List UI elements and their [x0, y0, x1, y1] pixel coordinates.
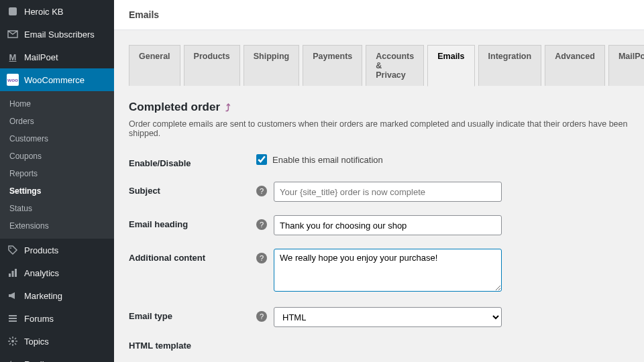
megaphone-icon	[7, 290, 19, 302]
sidebar-label: Email Subscribers	[24, 29, 95, 40]
sidebar-item-heroic-kb[interactable]: Heroic KB	[0, 0, 114, 23]
sidebar-item-replies[interactable]: Replies	[0, 353, 114, 362]
sidebar-item-email-subscribers[interactable]: Email Subscribers	[0, 23, 114, 46]
sidebar-label: Heroic KB	[24, 7, 64, 17]
sidebar-label: MailPoet	[24, 52, 58, 62]
additional-content-label: Additional content	[129, 249, 256, 263]
section-title-text: Completed order	[129, 101, 220, 114]
sidebar-label: Products	[24, 245, 58, 255]
email-type-label: Email type	[129, 307, 256, 321]
svg-rect-5	[9, 315, 17, 316]
tab-advanced[interactable]: Advanced	[545, 45, 605, 86]
tab-shipping[interactable]: Shipping	[244, 45, 299, 86]
svg-rect-7	[9, 320, 17, 322]
help-icon[interactable]	[256, 311, 267, 322]
main-content: Emails General Products Shipping Payment…	[114, 0, 644, 362]
sidebar-item-marketing[interactable]: Marketing	[0, 284, 114, 307]
tab-emails[interactable]: Emails	[427, 45, 474, 86]
subject-label: Subject	[129, 182, 256, 196]
sidebar-sub-coupons[interactable]: Coupons	[0, 147, 114, 165]
back-arrow-icon[interactable]: ⤴	[225, 102, 231, 113]
tab-accounts-privacy[interactable]: Accounts & Privacy	[366, 45, 424, 86]
tab-products[interactable]: Products	[184, 45, 240, 86]
svg-rect-6	[9, 318, 17, 319]
admin-sidebar: Heroic KB Email Subscribers M MailPoet w…	[0, 0, 114, 362]
sidebar-sub-reports[interactable]: Reports	[0, 165, 114, 182]
svg-rect-0	[9, 7, 17, 15]
sidebar-item-topics[interactable]: Topics	[0, 330, 114, 353]
sidebar-item-products[interactable]: Products	[0, 239, 114, 261]
sidebar-item-forums[interactable]: Forums	[0, 307, 114, 330]
tab-integration[interactable]: Integration	[478, 45, 542, 86]
email-type-select[interactable]: HTML	[274, 307, 502, 327]
stack-icon	[7, 312, 19, 324]
html-template-label: HTML template	[129, 341, 629, 351]
bars-icon	[7, 267, 19, 279]
m-icon: M	[7, 51, 19, 63]
tag-icon	[7, 244, 19, 256]
subject-input[interactable]	[274, 182, 502, 202]
burst-icon	[7, 335, 19, 347]
help-icon[interactable]	[256, 186, 267, 196]
sidebar-label: Analytics	[24, 268, 59, 278]
additional-content-textarea[interactable]: We really hope you enjoy your purchase!	[274, 249, 502, 292]
square-icon	[7, 5, 19, 17]
sidebar-item-woocommerce[interactable]: woo WooCommerce	[0, 68, 114, 91]
svg-rect-2	[9, 274, 11, 277]
sidebar-sub-orders[interactable]: Orders	[0, 113, 114, 130]
help-icon[interactable]	[256, 253, 267, 263]
sidebar-label: Forums	[24, 314, 54, 324]
reply-icon	[7, 358, 19, 362]
sidebar-label: Replies	[24, 359, 53, 363]
svg-rect-3	[12, 271, 14, 277]
sidebar-sub-customers[interactable]: Customers	[0, 130, 114, 147]
settings-tabs: General Products Shipping Payments Accou…	[129, 45, 629, 86]
heading-input[interactable]	[274, 215, 502, 235]
woocommerce-icon: woo	[7, 74, 19, 86]
sidebar-item-analytics[interactable]: Analytics	[0, 261, 114, 284]
heading-label: Email heading	[129, 215, 256, 229]
sidebar-label: Topics	[24, 337, 49, 347]
enable-label: Enable/Disable	[129, 154, 256, 168]
page-title: Emails	[114, 0, 644, 30]
tab-general[interactable]: General	[129, 45, 180, 86]
help-icon[interactable]	[256, 219, 267, 230]
sidebar-sub-extensions[interactable]: Extensions	[0, 217, 114, 235]
sidebar-sub-settings[interactable]: Settings	[0, 182, 114, 200]
tab-mailpoet[interactable]: MailPoet	[608, 45, 644, 86]
envelope-icon	[7, 28, 19, 40]
enable-checkbox[interactable]	[256, 154, 267, 165]
section-description: Order complete emails are sent to custom…	[129, 119, 629, 138]
sidebar-label: WooCommerce	[24, 75, 85, 85]
sidebar-item-mailpoet[interactable]: M MailPoet	[0, 46, 114, 68]
sidebar-sub-home[interactable]: Home	[0, 95, 114, 113]
tab-payments[interactable]: Payments	[303, 45, 362, 86]
sidebar-label: Marketing	[24, 291, 62, 301]
sidebar-sub-status[interactable]: Status	[0, 200, 114, 217]
section-title: Completed order ⤴	[129, 101, 629, 114]
svg-point-8	[11, 340, 14, 343]
svg-point-1	[10, 247, 11, 249]
sidebar-submenu: Home Orders Customers Coupons Reports Se…	[0, 91, 114, 239]
svg-rect-4	[15, 269, 17, 277]
enable-checkbox-label: Enable this email notification	[272, 155, 383, 165]
